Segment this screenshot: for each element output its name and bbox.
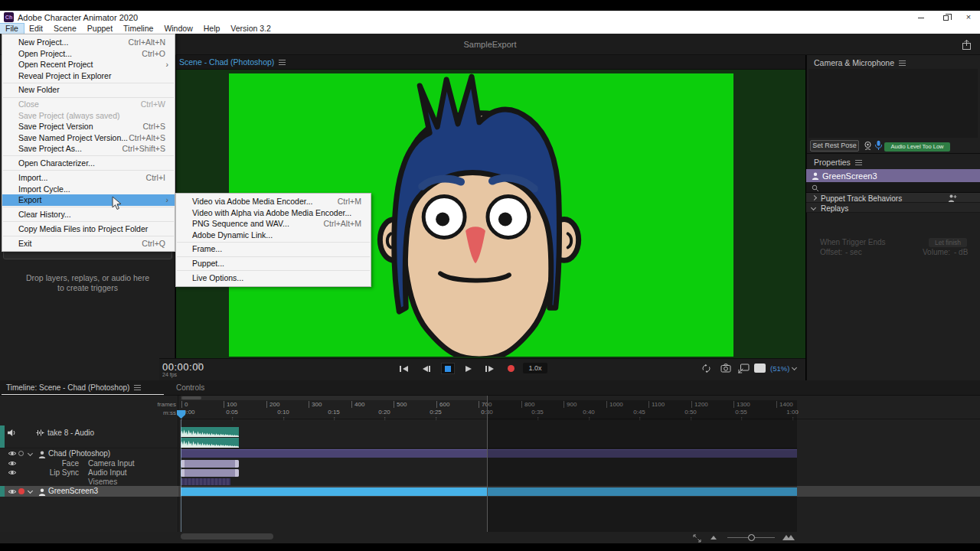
microphone-icon[interactable] [874,140,883,151]
track-name-audio[interactable]: take 8 - Audio [47,429,94,437]
audio-take-clip[interactable] [181,438,239,448]
menu-item[interactable]: PNG Sequence and WAV...Ctrl+Alt+M [176,218,371,230]
person-plus-icon[interactable] [948,194,957,202]
speaker-icon[interactable] [7,429,17,437]
magnify-view-icon[interactable] [738,364,750,373]
menu-item[interactable]: Save Project As...Ctrl+Shift+S [2,143,175,155]
arm-record-toggle[interactable] [18,451,24,456]
menu-item[interactable]: Reveal Project in Explorer [2,70,175,82]
mouse-cursor [112,196,122,210]
play-button[interactable] [465,365,472,373]
timeline-mini-scrollbar-thumb[interactable] [181,396,201,399]
timeline-zoom-slider-knob[interactable] [748,534,755,541]
behavior-name-lipsync[interactable]: Lip Sync [48,468,79,477]
eye-icon[interactable] [8,469,17,476]
menu-item[interactable]: Adobe Dynamic Link... [176,230,371,241]
behavior-input-lipsync[interactable]: Audio Input [88,468,127,477]
menu-item[interactable]: Frame... [176,243,371,255]
audio-take-clip[interactable] [181,427,239,437]
menu-scene[interactable]: Scene [48,24,82,34]
menu-separator [3,83,174,83]
properties-search-input[interactable] [806,182,980,193]
set-rest-pose-button[interactable]: Set Rest Pose [810,140,859,152]
scene-tab-label: Scene - Chad (Photoshop) [179,57,274,67]
go-to-start-button[interactable] [399,365,410,373]
tab-controls[interactable]: Controls [176,383,204,392]
menu-shortcut: Ctrl+S [143,121,168,132]
menu-item[interactable]: Import...Ctrl+I [2,172,175,184]
fit-timeline-icon[interactable] [693,534,701,543]
share-icon[interactable] [961,39,972,51]
menu-edit[interactable]: Edit [24,24,48,34]
camera-mic-panel-menu-icon[interactable] [899,60,906,66]
eye-icon[interactable] [8,488,17,495]
time-tick: 0:25 [430,409,442,416]
menu-window[interactable]: Window [158,24,198,34]
menu-version: Version 3.2 [225,24,276,34]
menu-item[interactable]: Video with Alpha via Adobe Media Encoder… [176,207,371,219]
menu-item[interactable]: Live Options... [176,272,371,284]
timeline-panel-menu-icon[interactable] [134,385,141,390]
behavior-name-visemes[interactable]: Visemes [88,478,117,486]
menu-help[interactable]: Help [198,24,226,34]
menu-item-label: Save Project As... [18,143,122,155]
menu-item[interactable]: Puppet... [176,258,371,269]
tab-scene[interactable]: Scene - Chad (Photoshop) [179,57,286,67]
timeline-horizontal-scrollbar[interactable] [181,533,273,540]
close-button[interactable]: × [959,11,978,23]
restore-button[interactable] [936,11,956,23]
track-name-greenscreen[interactable]: GreenScreen3 [48,487,98,495]
playback-speed[interactable]: 1.0x [523,363,547,373]
menu-item-label: PNG Sequence and WAV... [192,218,323,230]
tab-timeline[interactable]: Timeline: Scene - Chad (Photoshop) [6,383,141,392]
menu-item[interactable]: New Project...Ctrl+Alt+N [2,37,175,48]
app-icon: Ch [4,12,14,22]
visemes-clip[interactable] [181,478,230,485]
scene-end-marker[interactable] [487,396,488,532]
menu-file[interactable]: File [0,24,24,34]
menu-item[interactable]: New Folder [2,84,175,96]
menu-item-export[interactable]: Export› [2,194,175,206]
menu-item[interactable]: Video via Adobe Media Encoder...Ctrl+M [176,196,371,207]
viewport-zoom-level[interactable]: (51%) [770,364,789,373]
close-icon: × [966,12,971,21]
properties-panel-menu-icon[interactable] [855,160,862,165]
behavior-input-face[interactable]: Camera Input [88,459,135,468]
menu-item[interactable]: Open Project...Ctrl+O [2,48,175,60]
menu-item[interactable]: Open Characterizer... [2,158,175,169]
menu-item[interactable]: ExitCtrl+Q [2,238,175,249]
time-tick: 0:10 [277,409,289,416]
lipsync-audio-input-clip[interactable] [181,469,239,477]
behavior-name-face[interactable]: Face [48,459,79,468]
record-button[interactable] [508,365,514,372]
search-icon [812,184,819,192]
next-frame-button[interactable] [485,365,495,373]
eye-icon[interactable] [8,450,17,457]
menu-item[interactable]: Save Project VersionCtrl+S [2,121,175,132]
previous-frame-button[interactable] [421,365,432,373]
menu-item-label: Video with Alpha via Adobe Media Encoder… [192,207,364,219]
menu-item-label: Import... [18,172,146,184]
minimize-icon [918,18,924,18]
zoom-in-timeline-icon[interactable] [782,535,795,540]
webcam-icon[interactable] [863,141,873,151]
menu-item[interactable]: Copy Media Files into Project Folder [2,223,175,235]
record-armed-icon[interactable] [18,488,24,494]
menu-puppet[interactable]: Puppet [82,24,118,34]
loop-playback-icon[interactable] [701,364,711,373]
snapshot-icon[interactable] [720,364,731,373]
face-camera-input-clip[interactable] [181,460,239,468]
menu-item[interactable]: Clear History... [2,209,175,220]
time-tick: 0:05 [226,409,238,416]
scene-panel-menu-icon[interactable] [279,60,286,65]
track-name-chad[interactable]: Chad (Photoshop) [48,449,110,458]
out-of-scene-shading [488,396,797,532]
menu-timeline[interactable]: Timeline [118,24,158,34]
background-color-swatch[interactable] [754,364,766,373]
zoom-out-timeline-icon[interactable] [710,536,717,540]
menu-item[interactable]: Open Recent Project› [2,59,175,70]
menu-item[interactable]: Import Cycle... [2,184,175,195]
menu-item[interactable]: Save Named Project Version...Ctrl+Alt+S [2,132,175,144]
minimize-button[interactable] [911,11,931,23]
eye-icon[interactable] [8,460,17,467]
